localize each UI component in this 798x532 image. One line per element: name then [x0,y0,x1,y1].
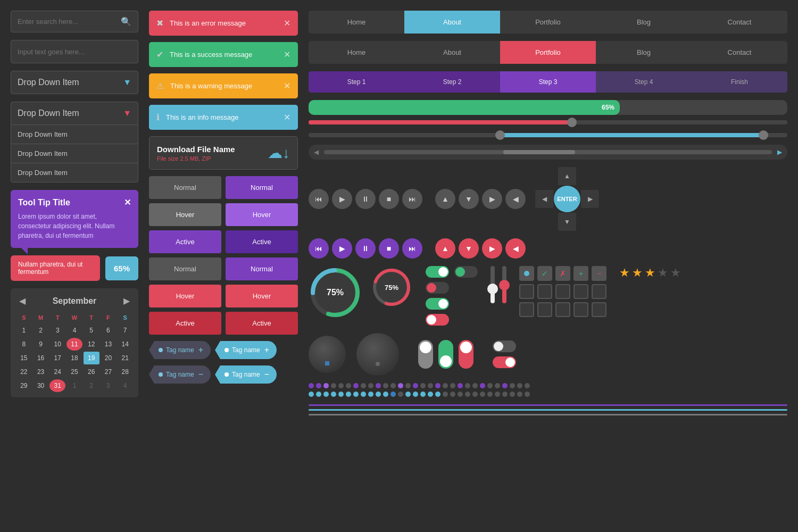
arrow-right-red[interactable]: ▶ [482,238,502,259]
media-pause-gray[interactable]: ⏸ [355,189,376,209]
cal-26[interactable]: 26 [84,365,99,378]
cb-empty-10[interactable] [592,302,606,317]
toggle-on-green[interactable] [426,266,449,278]
vslider-track-white[interactable] [491,266,495,303]
toggle-off-2[interactable] [426,282,449,294]
cal-15[interactable]: 15 [16,352,32,364]
star-5[interactable]: ★ [670,266,681,280]
media-play-gray[interactable]: ▶ [332,189,352,209]
h-toggle-on-red[interactable] [493,356,516,368]
cal-prev-icon[interactable]: ◀ [19,296,26,306]
alert-success-close[interactable]: ✕ [284,49,290,60]
knob-2[interactable] [356,333,399,376]
dropdown-item-3[interactable]: Drop Down Item [11,163,138,182]
media-fwd-gray[interactable]: ⏭ [402,189,422,209]
vslider-thumb-red[interactable] [499,280,510,290]
download-icon[interactable]: ☁↓ [268,144,290,162]
slider-blue[interactable] [309,133,787,137]
cb-empty-6[interactable] [519,302,534,317]
btn-active-red-1[interactable]: Active [149,312,221,335]
cal-29[interactable]: 29 [16,379,32,392]
btn-hover-purple-1[interactable]: Hover [226,203,298,226]
step-finish[interactable]: Finish [692,71,787,93]
cal-12[interactable]: 12 [84,338,99,351]
cb-plus[interactable]: + [573,266,588,281]
dropdown-item-2[interactable]: Drop Down Item [11,144,138,163]
toggle-off-4[interactable] [426,314,449,326]
vslider-track-red[interactable] [502,266,506,303]
cal-30[interactable]: 30 [33,379,49,392]
vtoggle-white[interactable] [418,340,433,369]
scroll-left-icon[interactable]: ◀ [314,148,319,156]
star-3[interactable]: ★ [645,266,655,280]
dropdown-header[interactable]: Drop Down Item ▼ [11,102,138,124]
input-box[interactable] [11,40,138,63]
slider-thumb-left[interactable] [495,130,505,140]
cal-1[interactable]: 1 [16,324,32,337]
cb-empty-8[interactable] [555,302,570,317]
cb-empty-1[interactable] [519,284,534,299]
btn-active-purple-1[interactable]: Active [226,230,298,253]
cal-9[interactable]: 9 [33,338,49,351]
dropdown-closed[interactable]: Drop Down Item ▼ [11,71,138,94]
cal-17[interactable]: 17 [49,352,65,364]
cal-25[interactable]: 25 [66,365,82,378]
cal-28[interactable]: 28 [117,365,133,378]
arrow-up-gray[interactable]: ▲ [435,189,455,209]
cal-nm3[interactable]: 3 [101,379,117,392]
cal-13[interactable]: 13 [101,338,117,351]
cal-10[interactable]: 10 [49,338,65,351]
nav1-contact[interactable]: Contact [692,11,787,34]
star-4[interactable]: ★ [658,266,668,280]
cal-7[interactable]: 7 [117,324,133,337]
dpad-right[interactable]: ▶ [581,190,599,208]
arrow-up-red[interactable]: ▲ [435,238,455,259]
cal-nm4[interactable]: 4 [117,379,133,392]
cal-nm2[interactable]: 2 [84,379,99,392]
cal-19[interactable]: 19 [84,352,99,364]
cal-next-icon[interactable]: ▶ [123,296,130,306]
dpad-down[interactable]: ▼ [558,213,576,231]
vslider-thumb-white[interactable] [487,284,498,294]
nav2-contact[interactable]: Contact [692,41,787,64]
cal-31[interactable]: 31 [49,379,65,392]
alert-info-close[interactable]: ✕ [284,112,290,122]
btn-hover-red-2[interactable]: Hover [226,285,298,307]
scrollbar[interactable]: ◀ ▶ [309,145,787,160]
btn-active-gray-1[interactable]: Active [149,230,221,253]
nav1-blog[interactable]: Blog [596,11,692,34]
arrow-down-gray[interactable]: ▼ [459,189,479,209]
media-rew-gray[interactable]: ⏮ [309,189,329,209]
arrow-left-red[interactable]: ◀ [505,238,526,259]
cal-20[interactable]: 20 [101,352,117,364]
h-toggle-off-1[interactable] [493,340,516,352]
search-input[interactable] [18,18,108,26]
dropdown-item-1[interactable]: Drop Down Item [11,124,138,144]
cal-27[interactable]: 27 [101,365,117,378]
nav1-home[interactable]: Home [309,11,404,34]
tag-dark-1[interactable]: Tag name + [149,341,211,359]
btn-hover-gray-1[interactable]: Hover [149,203,221,226]
dpad-enter[interactable]: ENTER [554,186,580,212]
btn-normal-purple-1[interactable]: Normal [226,176,298,199]
nav2-blog[interactable]: Blog [596,41,692,64]
nav2-home[interactable]: Home [309,41,404,64]
cb-circle-blue[interactable] [519,266,534,281]
star-2[interactable]: ★ [632,266,643,280]
search-box[interactable]: 🔍 [11,11,138,32]
cb-cross[interactable]: ✗ [555,266,570,281]
step-3[interactable]: Step 3 [500,71,596,93]
cal-24[interactable]: 24 [49,365,65,378]
scroll-track[interactable] [324,150,772,154]
cb-empty-3[interactable] [555,284,570,299]
media-fwd-purple[interactable]: ⏭ [402,238,422,259]
nav1-about[interactable]: About [404,11,500,34]
btn-normal-purple-2[interactable]: Normal [226,257,298,280]
media-play-purple[interactable]: ▶ [332,238,352,259]
btn-normal-gray-1[interactable]: Normal [149,176,221,199]
cal-8[interactable]: 8 [16,338,32,351]
dpad-left[interactable]: ◀ [535,190,553,208]
cb-empty-9[interactable] [573,302,588,317]
step-4[interactable]: Step 4 [596,71,692,93]
arrow-right-gray[interactable]: ▶ [482,189,502,209]
